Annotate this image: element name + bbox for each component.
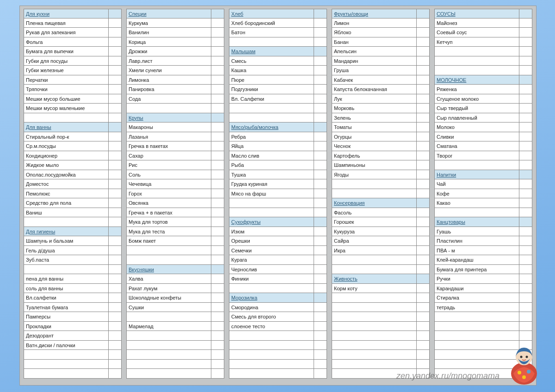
item-checkbox-cell[interactable] (109, 189, 122, 199)
item-checkbox-cell[interactable] (109, 56, 122, 66)
item-checkbox-cell[interactable] (417, 217, 430, 227)
item-checkbox-cell[interactable] (109, 312, 122, 322)
item-checkbox-cell[interactable] (314, 189, 327, 199)
item-checkbox-cell[interactable] (417, 37, 430, 47)
item-checkbox-cell[interactable] (314, 274, 327, 284)
item-checkbox-cell[interactable] (211, 198, 224, 208)
item-checkbox-cell[interactable] (519, 94, 532, 104)
item-checkbox-cell[interactable] (314, 141, 327, 151)
item-checkbox-cell[interactable] (314, 56, 327, 66)
item-checkbox-cell[interactable] (519, 293, 532, 303)
item-checkbox-cell[interactable] (314, 85, 327, 94)
item-checkbox-cell[interactable] (519, 255, 532, 265)
item-checkbox-cell[interactable] (519, 265, 532, 275)
item-checkbox-cell[interactable] (519, 85, 532, 94)
item-checkbox-cell[interactable] (211, 284, 224, 294)
item-checkbox-cell[interactable] (519, 132, 532, 142)
item-checkbox-cell[interactable] (314, 170, 327, 180)
item-checkbox-cell[interactable] (211, 132, 224, 142)
item-checkbox-cell[interactable] (314, 236, 327, 246)
item-checkbox-cell[interactable] (211, 322, 224, 331)
item-checkbox-cell[interactable] (519, 37, 532, 47)
item-checkbox-cell[interactable] (519, 227, 532, 237)
item-checkbox-cell[interactable] (109, 18, 122, 28)
item-checkbox-cell[interactable] (417, 151, 430, 161)
item-checkbox-cell[interactable] (211, 28, 224, 37)
item-checkbox-cell[interactable] (417, 28, 430, 37)
item-checkbox-cell[interactable] (417, 18, 430, 28)
item-checkbox-cell[interactable] (109, 284, 122, 294)
item-checkbox-cell[interactable] (109, 179, 122, 189)
item-checkbox-cell[interactable] (314, 28, 327, 37)
item-checkbox-cell[interactable] (109, 293, 122, 303)
item-checkbox-cell[interactable] (211, 227, 224, 237)
item-checkbox-cell[interactable] (519, 284, 532, 294)
item-checkbox-cell[interactable] (109, 151, 122, 161)
item-checkbox-cell[interactable] (109, 141, 122, 151)
item-checkbox-cell[interactable] (109, 75, 122, 85)
item-checkbox-cell[interactable] (109, 160, 122, 170)
item-checkbox-cell[interactable] (417, 236, 430, 246)
item-checkbox-cell[interactable] (314, 246, 327, 256)
item-checkbox-cell[interactable] (519, 122, 532, 132)
item-checkbox-cell[interactable] (211, 217, 224, 227)
item-checkbox-cell[interactable] (109, 274, 122, 284)
item-checkbox-cell[interactable] (417, 113, 430, 123)
item-checkbox-cell[interactable] (417, 66, 430, 75)
item-checkbox-cell[interactable] (314, 94, 327, 104)
item-checkbox-cell[interactable] (417, 246, 430, 256)
item-checkbox-cell[interactable] (519, 236, 532, 246)
item-checkbox-cell[interactable] (109, 236, 122, 246)
item-checkbox-cell[interactable] (417, 208, 430, 218)
item-checkbox-cell[interactable] (417, 85, 430, 94)
item-checkbox-cell[interactable] (417, 122, 430, 132)
item-checkbox-cell[interactable] (519, 246, 532, 256)
item-checkbox-cell[interactable] (211, 274, 224, 284)
item-checkbox-cell[interactable] (109, 303, 122, 312)
item-checkbox-cell[interactable] (109, 170, 122, 180)
item-checkbox-cell[interactable] (314, 132, 327, 142)
item-checkbox-cell[interactable] (519, 18, 532, 28)
item-checkbox-cell[interactable] (519, 179, 532, 189)
item-checkbox-cell[interactable] (519, 151, 532, 161)
item-checkbox-cell[interactable] (211, 303, 224, 312)
item-checkbox-cell[interactable] (109, 198, 122, 208)
item-checkbox-cell[interactable] (109, 208, 122, 218)
item-checkbox-cell[interactable] (314, 75, 327, 85)
item-checkbox-cell[interactable] (417, 75, 430, 85)
item-checkbox-cell[interactable] (211, 141, 224, 151)
item-checkbox-cell[interactable] (519, 28, 532, 37)
item-checkbox-cell[interactable] (314, 18, 327, 28)
item-checkbox-cell[interactable] (211, 179, 224, 189)
item-checkbox-cell[interactable] (211, 37, 224, 47)
item-checkbox-cell[interactable] (417, 47, 430, 56)
item-checkbox-cell[interactable] (314, 265, 327, 275)
item-checkbox-cell[interactable] (417, 132, 430, 142)
item-checkbox-cell[interactable] (109, 255, 122, 265)
item-checkbox-cell[interactable] (109, 246, 122, 256)
item-checkbox-cell[interactable] (519, 141, 532, 151)
item-checkbox-cell[interactable] (109, 37, 122, 47)
item-checkbox-cell[interactable] (211, 160, 224, 170)
item-checkbox-cell[interactable] (314, 255, 327, 265)
item-checkbox-cell[interactable] (109, 94, 122, 104)
item-checkbox-cell[interactable] (417, 104, 430, 113)
item-checkbox-cell[interactable] (314, 179, 327, 189)
item-checkbox-cell[interactable] (519, 189, 532, 199)
item-checkbox-cell[interactable] (417, 56, 430, 66)
item-checkbox-cell[interactable] (211, 189, 224, 199)
item-checkbox-cell[interactable] (417, 284, 430, 294)
item-checkbox-cell[interactable] (211, 75, 224, 85)
item-checkbox-cell[interactable] (314, 66, 327, 75)
item-checkbox-cell[interactable] (109, 331, 122, 341)
item-checkbox-cell[interactable] (417, 160, 430, 170)
item-checkbox-cell[interactable] (211, 208, 224, 218)
item-checkbox-cell[interactable] (211, 170, 224, 180)
item-checkbox-cell[interactable] (314, 151, 327, 161)
item-checkbox-cell[interactable] (417, 227, 430, 237)
item-checkbox-cell[interactable] (211, 151, 224, 161)
item-checkbox-cell[interactable] (314, 322, 327, 331)
item-checkbox-cell[interactable] (519, 113, 532, 123)
item-checkbox-cell[interactable] (109, 322, 122, 331)
item-checkbox-cell[interactable] (519, 198, 532, 208)
